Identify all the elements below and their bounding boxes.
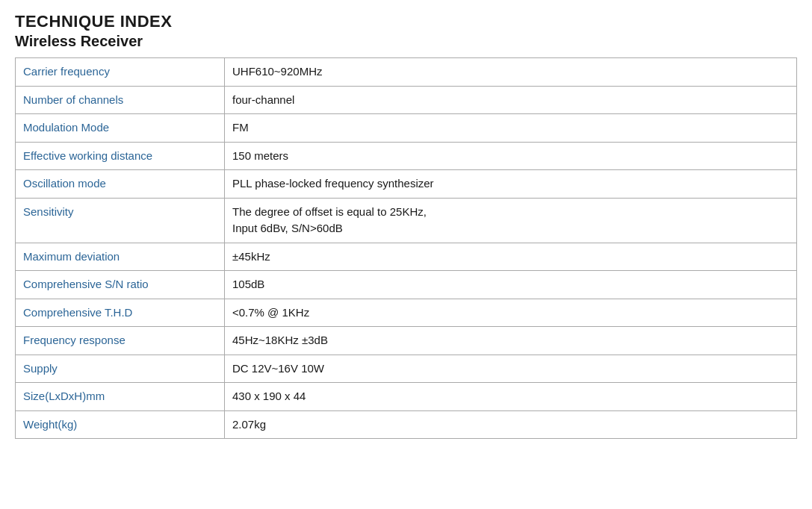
- spec-table: Carrier frequencyUHF610~920MHzNumber of …: [15, 57, 797, 439]
- spec-value: 45Hz~18KHz ±3dB: [225, 327, 797, 355]
- table-row: Comprehensive T.H.D<0.7% @ 1KHz: [16, 299, 797, 327]
- spec-label: Size(LxDxH)mm: [16, 383, 225, 411]
- spec-value: DC 12V~16V 10W: [225, 355, 797, 383]
- spec-label: Carrier frequency: [16, 58, 225, 87]
- spec-label: Number of channels: [16, 86, 225, 114]
- table-row: Oscillation modePLL phase-locked frequen…: [16, 170, 797, 199]
- table-row: Size(LxDxH)mm430 x 190 x 44: [16, 383, 797, 411]
- spec-label: Supply: [16, 355, 225, 383]
- table-row: Number of channelsfour-channel: [16, 86, 797, 114]
- spec-value: 430 x 190 x 44: [225, 383, 797, 411]
- spec-value: ±45kHz: [225, 243, 797, 271]
- spec-label: Comprehensive S/N ratio: [16, 271, 225, 299]
- spec-value: FM: [225, 114, 797, 143]
- spec-value: 105dB: [225, 271, 797, 299]
- table-row: Carrier frequencyUHF610~920MHz: [16, 58, 797, 87]
- spec-label: Sensitivity: [16, 198, 225, 243]
- spec-label: Modulation Mode: [16, 114, 225, 143]
- table-row: Frequency response45Hz~18KHz ±3dB: [16, 327, 797, 355]
- table-row: Comprehensive S/N ratio105dB: [16, 271, 797, 299]
- page-subtitle: Wireless Receiver: [15, 33, 797, 50]
- spec-value: 150 meters: [225, 142, 797, 170]
- page-title: TECHNIQUE INDEX: [15, 12, 797, 31]
- spec-label: Frequency response: [16, 327, 225, 355]
- spec-label: Effective working distance: [16, 142, 225, 170]
- spec-label: Comprehensive T.H.D: [16, 299, 225, 327]
- spec-label: Weight(kg): [16, 410, 225, 439]
- spec-value: <0.7% @ 1KHz: [225, 299, 797, 327]
- spec-value: 2.07kg: [225, 410, 797, 439]
- table-row: Effective working distance150 meters: [16, 142, 797, 170]
- table-row: Maximum deviation±45kHz: [16, 243, 797, 271]
- spec-label: Oscillation mode: [16, 170, 225, 199]
- table-row: Modulation ModeFM: [16, 114, 797, 143]
- spec-value: The degree of offset is equal to 25KHz,I…: [225, 198, 797, 243]
- spec-value: UHF610~920MHz: [225, 58, 797, 87]
- spec-value: four-channel: [225, 86, 797, 114]
- spec-value: PLL phase-locked frequency synthesizer: [225, 170, 797, 199]
- table-row: SupplyDC 12V~16V 10W: [16, 355, 797, 383]
- table-row: Weight(kg)2.07kg: [16, 410, 797, 439]
- spec-label: Maximum deviation: [16, 243, 225, 271]
- table-row: SensitivityThe degree of offset is equal…: [16, 198, 797, 243]
